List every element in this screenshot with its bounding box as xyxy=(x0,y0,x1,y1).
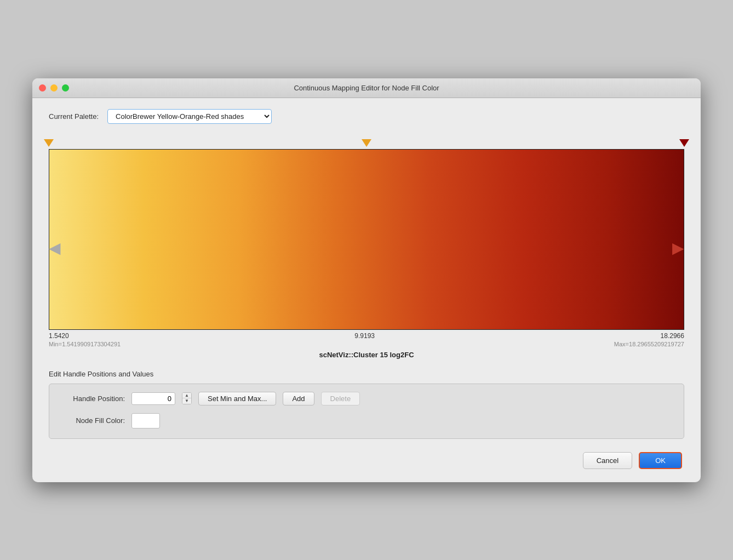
maximize-button[interactable] xyxy=(62,84,69,92)
min-label: Min=1.5419909173304291 xyxy=(49,341,121,347)
handle-position-label: Handle Position: xyxy=(59,395,125,403)
minimize-button[interactable] xyxy=(50,84,58,92)
window-title: Continuous Mapping Editor for Node Fill … xyxy=(294,84,439,92)
value-left: 1.5420 xyxy=(49,332,69,340)
add-button[interactable]: Add xyxy=(283,392,314,405)
edit-section: Edit Handle Positions and Values Handle … xyxy=(49,370,684,439)
delete-button: Delete xyxy=(321,392,360,405)
max-label: Max=18.29655209219727 xyxy=(614,341,684,347)
titlebar: Continuous Mapping Editor for Node Fill … xyxy=(32,78,701,98)
window-controls xyxy=(39,84,69,92)
palette-label: Current Palette: xyxy=(49,112,99,121)
spinner-down-button[interactable]: ▼ xyxy=(182,398,191,404)
spinner-up-button[interactable]: ▲ xyxy=(182,393,191,398)
edit-section-title: Edit Handle Positions and Values xyxy=(49,370,684,378)
color-swatch[interactable] xyxy=(131,413,160,428)
arrow-right-icon[interactable]: ▶ xyxy=(672,239,684,257)
node-fill-color-row: Node Fill Color: xyxy=(59,413,674,428)
arrow-left-icon[interactable]: ◀ xyxy=(49,239,61,257)
handle-center[interactable] xyxy=(362,139,371,147)
value-right: 18.2966 xyxy=(661,332,684,340)
gradient-section: ◀ 1.5420 9.9193 18.2966 xyxy=(49,137,684,359)
handle-position-spinner[interactable]: ▲ ▼ xyxy=(182,392,192,404)
cancel-button[interactable]: Cancel xyxy=(583,452,632,469)
value-center: 9.9193 xyxy=(354,332,375,340)
palette-row: Current Palette: ColorBrewer Yellow-Oran… xyxy=(49,109,684,124)
main-window: Continuous Mapping Editor for Node Fill … xyxy=(32,78,701,482)
content-area: Current Palette: ColorBrewer Yellow-Oran… xyxy=(32,98,701,482)
palette-select[interactable]: ColorBrewer Yellow-Orange-Red shades xyxy=(107,109,272,124)
handle-position-input[interactable] xyxy=(131,392,175,405)
node-fill-color-label: Node Fill Color: xyxy=(59,416,125,425)
handle-right[interactable] xyxy=(679,139,689,147)
values-row-min: Min=1.5419909173304291 Max=18.2965520921… xyxy=(49,341,684,347)
handle-row xyxy=(49,137,684,149)
edit-panel: Handle Position: ▲ ▼ Set Min and Max... … xyxy=(49,384,684,439)
footer-buttons: Cancel OK xyxy=(49,452,684,469)
mapping-name-label: scNetViz::Cluster 15 log2FC xyxy=(49,351,684,359)
handle-position-row: Handle Position: ▲ ▼ Set Min and Max... … xyxy=(59,392,674,405)
set-min-max-button[interactable]: Set Min and Max... xyxy=(198,392,276,405)
gradient-bar xyxy=(49,149,684,330)
handle-left[interactable] xyxy=(44,139,54,147)
ok-button[interactable]: OK xyxy=(639,452,682,469)
close-button[interactable] xyxy=(39,84,46,92)
values-row: 1.5420 9.9193 18.2966 xyxy=(49,332,684,340)
